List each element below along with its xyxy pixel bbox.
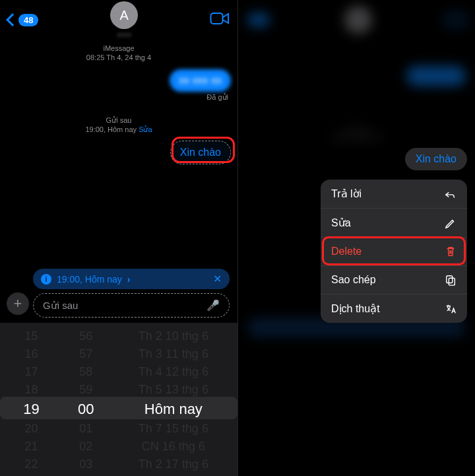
menu-item-sửa[interactable]: Sửa (321, 209, 467, 238)
picker-option[interactable]: 01 (79, 422, 92, 436)
menu-item-label: Sửa (331, 217, 351, 229)
menu-item-trả-lời[interactable]: Trả lời (321, 180, 467, 209)
compose-area: i 19:00, Hôm nay › ✕ Gửi sau 🎤 + (0, 265, 238, 323)
thread-timestamp: 08:25 Th 4, 24 thg 4 (7, 53, 231, 62)
datetime-picker[interactable]: 151617181920212223 565758590001020304 Th… (0, 323, 238, 476)
focused-message-bubble[interactable]: Xin chào (405, 148, 467, 170)
picker-option[interactable]: 58 (79, 365, 92, 379)
svg-rect-0 (211, 13, 223, 24)
picker-option[interactable]: 20 (24, 422, 38, 436)
chevron-right-icon: › (127, 274, 131, 285)
mic-icon[interactable]: 🎤 (206, 299, 220, 312)
picker-option[interactable]: Th 7 15 thg 6 (139, 422, 208, 436)
contact-name: xxxx (117, 30, 131, 38)
picker-option[interactable]: Th 4 12 thg 6 (139, 365, 208, 379)
picker-option[interactable]: 59 (79, 383, 92, 397)
pencil-icon (445, 217, 457, 229)
picker-option[interactable]: 22 (24, 458, 38, 471)
scheduled-time-value: 19:00, Hôm nay (85, 125, 137, 133)
scheduled-edit-link[interactable]: Sửa (139, 125, 152, 133)
translate-icon (445, 303, 457, 315)
menu-item-dịch-thuật[interactable]: Dịch thuật (321, 294, 467, 323)
scheduled-caption: Gửi sau (7, 116, 231, 125)
schedule-chip[interactable]: i 19:00, Hôm nay › ✕ (33, 269, 230, 289)
reply-icon (445, 188, 457, 200)
menu-item-sao-chép[interactable]: Sao chép (321, 266, 467, 294)
picker-option[interactable]: 16 (24, 347, 38, 361)
picker-option[interactable]: 56 (79, 329, 92, 343)
scheduled-time-line: 19:00, Hôm nay Sửa (7, 125, 231, 134)
back-button[interactable]: 48 (8, 14, 38, 26)
picker-option[interactable]: 15 (24, 329, 38, 343)
picker-option[interactable]: Th 2 10 thg 6 (139, 329, 208, 343)
context-menu: Trả lờiSửaDeleteSao chépDịch thuật (321, 180, 467, 323)
message-input[interactable]: Gửi sau 🎤 (33, 293, 230, 318)
picker-option[interactable]: Th 3 11 thg 6 (139, 347, 208, 361)
menu-item-label: Sao chép (331, 274, 376, 286)
svg-rect-1 (447, 276, 453, 283)
avatar[interactable]: A (110, 1, 138, 29)
unread-badge: 48 (18, 14, 38, 26)
picker-option[interactable]: 21 (24, 440, 38, 454)
picker-option[interactable]: 03 (79, 458, 92, 471)
message-bubble-sent[interactable]: xx xxx xx (170, 69, 231, 92)
picker-option[interactable]: 17 (24, 365, 38, 379)
picker-option[interactable]: Th 2 17 thg 6 (139, 458, 208, 471)
thread-type-label: iMessage (7, 44, 231, 53)
svg-rect-2 (449, 278, 455, 285)
attach-button[interactable]: + (7, 292, 29, 315)
message-placeholder: Gửi sau (43, 300, 78, 312)
chat-header: 48 A xxxx (0, 0, 238, 40)
chat-body: iMessage 08:25 Th 4, 24 thg 4 xx xxx xx … (0, 40, 238, 164)
picker-option[interactable]: CN 16 thg 6 (142, 440, 205, 454)
left-screenshot: 48 A xxxx iMessage 08:25 Th 4, 24 thg 4 … (0, 0, 238, 476)
picker-option[interactable]: Th 5 13 thg 6 (139, 383, 208, 397)
chevron-left-icon (6, 13, 19, 26)
picker-option[interactable]: 18 (24, 383, 38, 397)
scheduled-message-bubble[interactable]: Xin chào (170, 141, 231, 164)
menu-item-label: Delete (331, 246, 362, 257)
menu-item-label: Dịch thuật (331, 302, 380, 315)
menu-item-label: Trả lời (331, 187, 362, 200)
schedule-chip-label: 19:00, Hôm nay (57, 274, 122, 285)
picker-option[interactable]: 02 (79, 440, 92, 454)
picker-selection-bar (0, 397, 238, 419)
trash-icon (445, 246, 457, 257)
menu-item-delete[interactable]: Delete (321, 238, 467, 266)
info-icon: i (41, 274, 51, 285)
message-status: Đã gửi (7, 93, 231, 102)
picker-option[interactable]: 57 (79, 347, 92, 361)
right-screenshot: xxx xxxxxxxxx xxxxx xxx Xin chào Trả lời… (238, 0, 475, 476)
facetime-button[interactable] (210, 11, 230, 28)
copy-icon (445, 274, 457, 286)
clear-schedule-button[interactable]: ✕ (213, 273, 222, 285)
video-icon (210, 11, 230, 26)
